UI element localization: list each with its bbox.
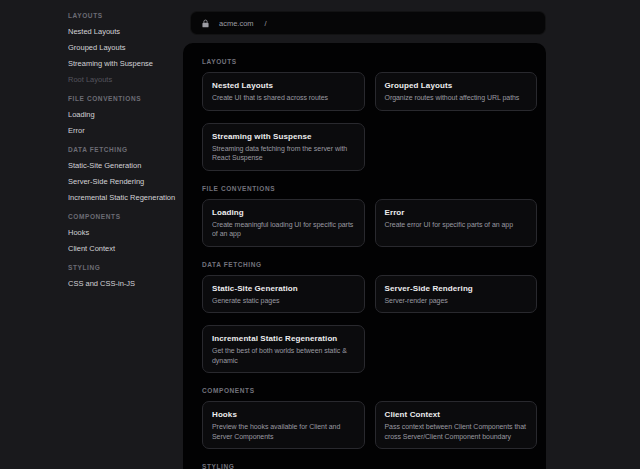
url-path: / <box>265 19 267 28</box>
demo-card-title: Hooks <box>212 409 355 420</box>
sidebar-group-label: COMPONENTS <box>68 211 184 223</box>
sidebar-item[interactable]: Loading <box>68 107 184 123</box>
sidebar-group-items: LoadingError <box>68 107 184 139</box>
sidebar-item[interactable]: Streaming with Suspense <box>68 56 184 72</box>
sidebar-group-items: HooksClient Context <box>68 225 184 257</box>
panel-section-label: LAYOUTS <box>202 58 537 66</box>
demo-card-title: Static-Site Generation <box>212 283 355 294</box>
demo-card[interactable]: Hooks Preview the hooks available for Cl… <box>202 401 365 449</box>
sidebar-item[interactable]: Error <box>68 123 184 139</box>
panel-section: LAYOUTS Nested Layouts Create UI that is… <box>202 58 537 171</box>
sidebar-group: DATA FETCHING Static-Site GenerationServ… <box>68 144 184 206</box>
sidebar-item: Root Layouts <box>68 72 184 88</box>
sidebar: LAYOUTS Nested LayoutsGrouped LayoutsStr… <box>68 10 184 297</box>
demo-card-description: Generate static pages <box>212 296 355 306</box>
demo-card-description: Create meaningful loading UI for specifi… <box>212 220 355 239</box>
demo-card-title: Streaming with Suspense <box>212 131 355 142</box>
demo-card[interactable]: Grouped Layouts Organize routes without … <box>375 72 538 111</box>
sidebar-item[interactable]: Client Context <box>68 241 184 257</box>
demo-card-description: Streaming data fetching from the server … <box>212 144 355 163</box>
demo-card-description: Pass context between Client Components t… <box>385 422 528 441</box>
demo-card-title: Error <box>385 207 528 218</box>
panel-section-label: COMPONENTS <box>202 387 537 395</box>
panel-section: COMPONENTS Hooks Preview the hooks avail… <box>202 387 537 449</box>
demo-card[interactable]: Client Context Pass context between Clie… <box>375 401 538 449</box>
card-grid: Nested Layouts Create UI that is shared … <box>202 72 537 171</box>
demo-card[interactable]: Error Create error UI for specific parts… <box>375 199 538 247</box>
panel-section: STYLING CSS and CSS-in-JS Preview the su… <box>202 463 537 469</box>
sidebar-group-label: DATA FETCHING <box>68 144 184 156</box>
demo-card-description: Preview the hooks available for Client a… <box>212 422 355 441</box>
sidebar-item[interactable]: Hooks <box>68 225 184 241</box>
sidebar-group: COMPONENTS HooksClient Context <box>68 211 184 257</box>
demo-card-title: Server-Side Rendering <box>385 283 528 294</box>
sidebar-group-label: FILE CONVENTIONS <box>68 93 184 105</box>
demo-card-description: Organize routes without affecting URL pa… <box>385 93 528 103</box>
demo-card-title: Loading <box>212 207 355 218</box>
card-grid: Loading Create meaningful loading UI for… <box>202 199 537 247</box>
demo-card-title: Incremental Static Regeneration <box>212 333 355 344</box>
sidebar-group-items: Static-Site GenerationServer-Side Render… <box>68 158 184 206</box>
demo-card-description: Get the best of both worlds between stat… <box>212 346 355 365</box>
lock-icon <box>201 19 210 28</box>
demo-card[interactable]: Streaming with Suspense Streaming data f… <box>202 123 365 171</box>
demo-card-description: Server-render pages <box>385 296 528 306</box>
url-domain: acme.com <box>219 19 254 28</box>
sidebar-item[interactable]: Server-Side Rendering <box>68 174 184 190</box>
url-bar[interactable]: acme.com / <box>190 11 546 35</box>
sidebar-group-items: Nested LayoutsGrouped LayoutsStreaming w… <box>68 24 184 88</box>
demo-card[interactable]: Loading Create meaningful loading UI for… <box>202 199 365 247</box>
demo-card[interactable]: Incremental Static Regeneration Get the … <box>202 325 365 373</box>
panel-section: DATA FETCHING Static-Site Generation Gen… <box>202 261 537 374</box>
panel-section-label: STYLING <box>202 463 537 469</box>
sidebar-group: FILE CONVENTIONS LoadingError <box>68 93 184 139</box>
demo-card[interactable]: Server-Side Rendering Server-render page… <box>375 275 538 314</box>
card-grid: Static-Site Generation Generate static p… <box>202 275 537 374</box>
demo-card-title: Nested Layouts <box>212 80 355 91</box>
panel-section-label: FILE CONVENTIONS <box>202 185 537 193</box>
sidebar-group-label: LAYOUTS <box>68 10 184 22</box>
sidebar-item[interactable]: Nested Layouts <box>68 24 184 40</box>
sidebar-group-label: STYLING <box>68 262 184 274</box>
sidebar-group-items: CSS and CSS-in-JS <box>68 276 184 292</box>
panel-section-label: DATA FETCHING <box>202 261 537 269</box>
sidebar-item[interactable]: CSS and CSS-in-JS <box>68 276 184 292</box>
sidebar-item[interactable]: Incremental Static Regeneration <box>68 190 184 206</box>
demo-card-description: Create UI that is shared across routes <box>212 93 355 103</box>
sidebar-item[interactable]: Grouped Layouts <box>68 40 184 56</box>
sidebar-group: STYLING CSS and CSS-in-JS <box>68 262 184 292</box>
sidebar-item[interactable]: Static-Site Generation <box>68 158 184 174</box>
demo-card[interactable]: Nested Layouts Create UI that is shared … <box>202 72 365 111</box>
sidebar-group: LAYOUTS Nested LayoutsGrouped LayoutsStr… <box>68 10 184 88</box>
demo-card-title: Client Context <box>385 409 528 420</box>
panel-section: FILE CONVENTIONS Loading Create meaningf… <box>202 185 537 247</box>
demo-card-title: Grouped Layouts <box>385 80 528 91</box>
demo-card-description: Create error UI for specific parts of an… <box>385 220 528 230</box>
demo-card[interactable]: Static-Site Generation Generate static p… <box>202 275 365 314</box>
card-grid: Hooks Preview the hooks available for Cl… <box>202 401 537 449</box>
demo-panel: LAYOUTS Nested Layouts Create UI that is… <box>183 43 546 469</box>
